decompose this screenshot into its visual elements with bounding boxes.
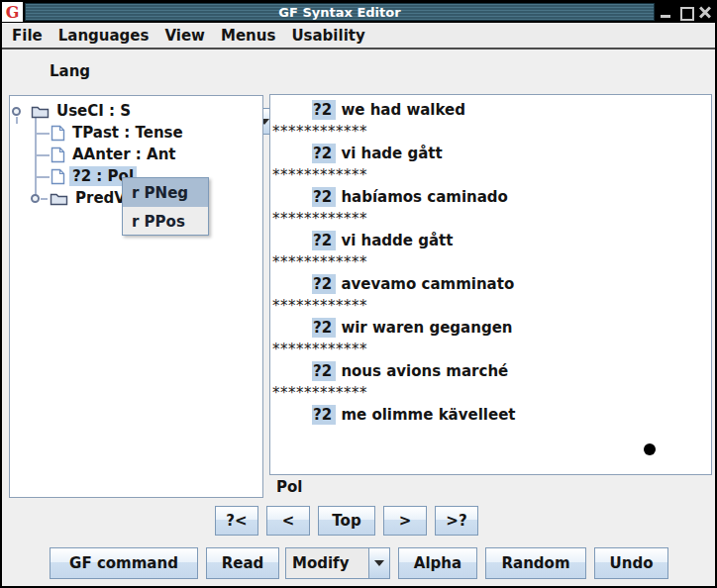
linearization-text: vi hadde gått	[341, 232, 453, 249]
chevron-down-icon	[374, 560, 384, 566]
next-metavariable-button[interactable]: >?	[435, 506, 478, 536]
linearization-text: avevamo camminato	[341, 275, 514, 293]
linearization-text: vi hade gått	[341, 145, 442, 162]
tree-connector	[35, 154, 50, 156]
linearization-text: wir waren gegangen	[341, 319, 512, 337]
menu-languages[interactable]: Languages	[51, 25, 157, 47]
tree-expand-handle[interactable]	[12, 107, 21, 116]
language-separator: ************	[270, 121, 711, 143]
menu-view[interactable]: View	[156, 25, 213, 47]
prev-metavariable-button[interactable]: ?<	[215, 506, 258, 536]
menu-usability[interactable]: Usability	[283, 25, 372, 47]
toolbar: Lang New Open Text Save As New Grammar	[2, 49, 715, 94]
metavariable-marker[interactable]: ?2	[312, 405, 336, 425]
close-icon[interactable]	[699, 6, 711, 18]
popup-item-pneg[interactable]: r PNeg	[123, 178, 208, 207]
modify-select-arrow-button[interactable]	[368, 548, 389, 578]
gf-syntax-editor-window: G GF Syntax Editor File Languages View M…	[0, 0, 717, 588]
folder-icon	[50, 191, 68, 206]
menu-bar: File Languages View Menus Usability	[2, 23, 715, 49]
bullet-dot	[644, 443, 656, 455]
language-separator: ************	[270, 382, 711, 404]
gf-logo-icon: G	[2, 2, 23, 22]
metavariable-marker[interactable]: ?2	[312, 144, 336, 163]
language-separator: ************	[270, 164, 711, 186]
linearization-line[interactable]: ?2 nous avions marché	[270, 360, 711, 382]
menu-menus[interactable]: Menus	[213, 25, 283, 47]
top-button[interactable]: Top	[318, 506, 375, 536]
linearization-line[interactable]: ?2 habíamos caminado	[270, 186, 711, 208]
linearization-line[interactable]: ?2 we had walked	[270, 99, 711, 121]
syntax-tree-panel: UseCI : S TPast : Tense AAnter : Ant ?2 …	[9, 95, 263, 498]
linearization-text: me olimme kävelleet	[341, 406, 515, 424]
linearization-text: nous avions marché	[341, 362, 508, 380]
linearization-line[interactable]: ?2 me olimme kävelleet	[270, 404, 711, 426]
tree-connector	[35, 133, 50, 135]
minimize-icon[interactable]	[660, 6, 671, 18]
next-node-button[interactable]: >	[383, 506, 427, 536]
maximize-icon[interactable]	[679, 6, 691, 18]
navigation-row: ?< < Top > >?	[215, 506, 478, 536]
metavariable-marker[interactable]: ?2	[312, 187, 336, 207]
undo-button[interactable]: Undo	[594, 547, 668, 579]
tree-node-aanter[interactable]: AAnter : Ant	[51, 144, 179, 165]
language-separator: ************	[270, 251, 711, 273]
document-icon	[51, 168, 65, 185]
folder-icon	[31, 104, 50, 119]
focused-category-label: Pol	[276, 478, 302, 496]
language-separator: ************	[270, 208, 711, 230]
linearization-line[interactable]: ?2 avevamo camminato	[270, 273, 711, 295]
tree-node-label[interactable]: UseCI : S	[53, 101, 134, 121]
metavariable-marker[interactable]: ?2	[312, 318, 336, 338]
tree-expand-handle[interactable]	[31, 194, 40, 203]
linearization-line[interactable]: ?2 vi hade gått	[270, 143, 711, 164]
tree-node-tpast[interactable]: TPast : Tense	[51, 122, 186, 144]
linearization-text: habíamos caminado	[341, 188, 508, 206]
action-row: GF command Read Modify Alpha Random Undo	[2, 547, 715, 580]
language-separator: ************	[270, 295, 711, 317]
tree-connector	[41, 198, 48, 200]
gf-command-button[interactable]: GF command	[50, 547, 198, 579]
tree-node-label[interactable]: TPast : Tense	[69, 123, 186, 143]
collapsed-handle-icon	[31, 194, 40, 203]
refinement-popup-menu: r PNeg r PPos	[122, 177, 209, 236]
tree-node-useci[interactable]: UseCI : S	[12, 100, 134, 122]
tree-node-predvi[interactable]: PredVI	[31, 187, 135, 209]
lang-label: Lang	[50, 62, 90, 80]
popup-item-ppos[interactable]: r PPos	[123, 207, 208, 236]
expanded-handle-icon	[12, 107, 21, 116]
metavariable-marker[interactable]: ?2	[312, 100, 336, 120]
read-button[interactable]: Read	[206, 547, 279, 579]
metavariable-marker[interactable]: ?2	[312, 274, 336, 294]
window-controls	[660, 2, 711, 22]
prev-node-button[interactable]: <	[266, 506, 310, 536]
titlebar-row: G GF Syntax Editor	[2, 2, 715, 23]
menu-file[interactable]: File	[4, 25, 51, 47]
linearization-line[interactable]: ?2 vi hadde gått	[270, 230, 711, 251]
language-separator: ************	[270, 339, 711, 360]
metavariable-marker[interactable]: ?2	[312, 231, 336, 250]
linearization-text: we had walked	[341, 101, 465, 119]
alpha-button[interactable]: Alpha	[398, 547, 477, 579]
metavariable-marker[interactable]: ?2	[312, 361, 336, 381]
modify-select[interactable]: Modify	[285, 547, 390, 579]
modify-select-value: Modify	[286, 548, 368, 578]
tree-connector	[35, 176, 50, 178]
window-title[interactable]: GF Syntax Editor	[25, 3, 655, 21]
random-button[interactable]: Random	[485, 547, 586, 579]
linearization-panel[interactable]: ?2 we had walked ************ ?2 vi hade…	[269, 94, 712, 475]
tree-node-label[interactable]: AAnter : Ant	[69, 145, 179, 164]
document-icon	[51, 147, 65, 163]
linearization-line[interactable]: ?2 wir waren gegangen	[270, 317, 711, 339]
document-icon	[51, 125, 65, 142]
tree-connector	[16, 117, 18, 124]
